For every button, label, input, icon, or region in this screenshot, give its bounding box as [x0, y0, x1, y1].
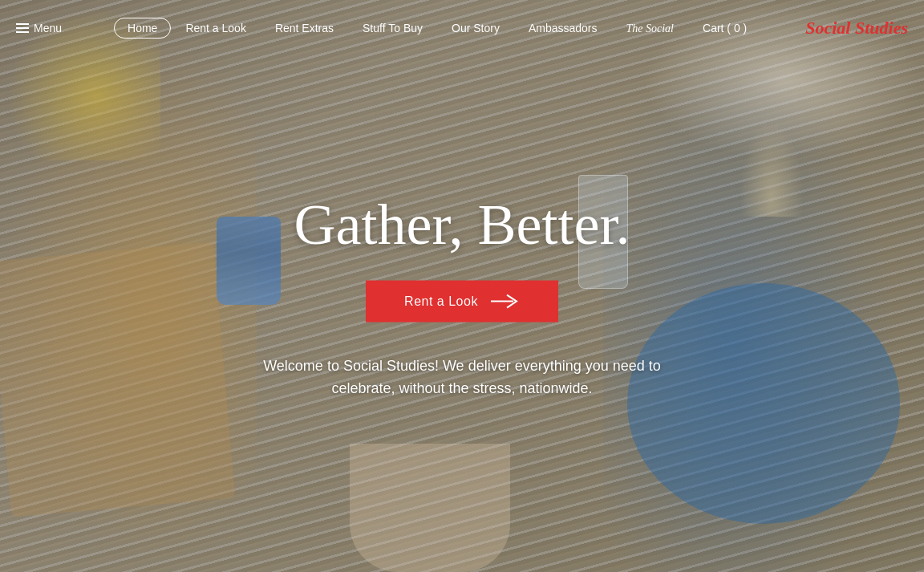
nav-link-ambassadors[interactable]: Ambassadors [514, 18, 612, 38]
net-bag-decoration [350, 444, 510, 572]
rent-a-look-cta-button[interactable]: Rent a Look [366, 280, 558, 322]
nav-item-our-story[interactable]: Our Story [437, 21, 514, 35]
nav-item-rent-a-look[interactable]: Rent a Look [171, 21, 261, 35]
hamburger-icon [16, 23, 29, 33]
nav-link-the-social[interactable]: The Social [612, 19, 689, 38]
nav-item-stuff-to-buy[interactable]: Stuff To Buy [348, 21, 437, 35]
nav-links: Home Rent a Look Rent Extras Stuff To Bu… [78, 21, 797, 35]
nav-item-home[interactable]: Home [114, 21, 171, 35]
navbar: Menu Home Rent a Look Rent Extras Stuff … [0, 0, 924, 56]
nav-link-our-story[interactable]: Our Story [437, 18, 514, 38]
nav-link-cart[interactable]: Cart ( 0 ) [688, 18, 761, 38]
nav-link-stuff-to-buy[interactable]: Stuff To Buy [348, 18, 437, 38]
hero-subtitle: Welcome to Social Studies! We deliver ev… [253, 354, 671, 400]
nav-item-rent-extras[interactable]: Rent Extras [261, 21, 348, 35]
nav-link-home[interactable]: Home [114, 18, 171, 39]
candle-decoration [740, 120, 804, 217]
nav-link-rent-extras[interactable]: Rent Extras [261, 18, 348, 38]
hero-section: Menu Home Rent a Look Rent Extras Stuff … [0, 0, 924, 572]
brand-logo: Social Studies [805, 18, 908, 39]
nav-link-rent-a-look[interactable]: Rent a Look [171, 18, 261, 38]
menu-button[interactable]: Menu [16, 22, 62, 34]
nav-item-cart[interactable]: Cart ( 0 ) [688, 21, 761, 35]
hero-title: Gather, Better. [181, 193, 743, 256]
nav-item-ambassadors[interactable]: Ambassadors [514, 21, 612, 35]
hero-content: Gather, Better. Rent a Look Welcome to S… [181, 193, 743, 400]
arrow-icon [491, 293, 520, 309]
menu-label: Menu [34, 22, 62, 34]
rent-btn-label: Rent a Look [404, 294, 478, 308]
nav-item-the-social[interactable]: The Social [612, 21, 689, 35]
